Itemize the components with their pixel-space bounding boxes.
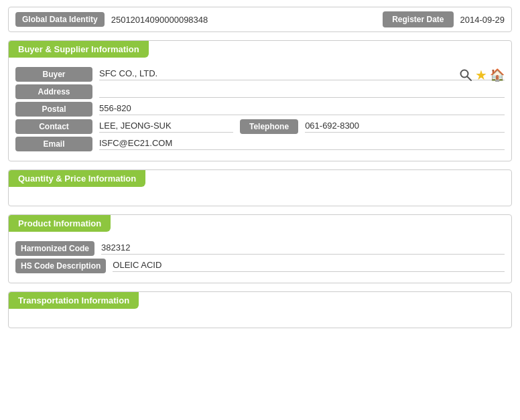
buyer-row: Buyer SFC CO., LTD. ★ 🏠 [15,67,505,82]
action-icons: ★ 🏠 [459,68,505,82]
search-icon[interactable] [459,68,472,82]
product-info-section: Product Information Harmonized Code 3823… [8,214,512,283]
address-value [99,86,505,98]
address-row: Address [15,84,505,99]
transportation-section: Transportation Information [8,291,512,328]
email-row: Email ISFC@EC21.COM [15,137,505,151]
quantity-price-section: Quantity & Price Information [8,169,512,206]
product-info-header: Product Information [9,215,111,232]
buyer-supplier-header: Buyer & Supplier Information [9,41,149,58]
contact-value: LEE, JEONG-SUK [99,121,233,133]
harmonized-code-row: Harmonized Code 382312 [15,241,505,256]
buyer-supplier-section: Buyer & Supplier Information Buyer SFC C… [8,40,512,161]
star-icon[interactable]: ★ [475,68,487,82]
telephone-button[interactable]: Telephone [240,119,298,134]
email-value: ISFC@EC21.COM [99,138,505,150]
global-data-bar: Global Data Identity 2501201409000009834… [8,7,512,32]
hs-code-desc-value: OLEIC ACID [113,260,505,272]
postal-label: Postal [15,102,92,117]
buyer-value: SFC CO., LTD. [99,68,505,80]
quantity-price-header: Quantity & Price Information [9,170,145,187]
email-label: Email [15,137,92,151]
home-icon[interactable]: 🏠 [490,69,505,81]
svg-line-1 [468,77,472,81]
hs-code-desc-label: HS Code Description [15,259,106,273]
hs-code-desc-row: HS Code Description OLEIC ACID [15,259,505,273]
global-data-value: 25012014090000098348 [111,15,383,25]
buyer-label: Buyer [15,67,92,82]
harmonized-code-label: Harmonized Code [15,241,94,256]
harmonized-code-value: 382312 [101,242,505,255]
transportation-header: Transportation Information [9,292,139,309]
postal-value: 556-820 [99,103,505,115]
global-data-label: Global Data Identity [15,12,105,27]
postal-row: Postal 556-820 [15,102,505,117]
register-date-value: 2014-09-29 [460,15,505,25]
telephone-value: 061-692-8300 [305,121,505,133]
contact-label: Contact [15,119,92,134]
contact-row: Contact LEE, JEONG-SUK Telephone 061-692… [15,119,505,134]
address-label: Address [15,84,92,99]
register-date-button[interactable]: Register Date [383,11,453,27]
